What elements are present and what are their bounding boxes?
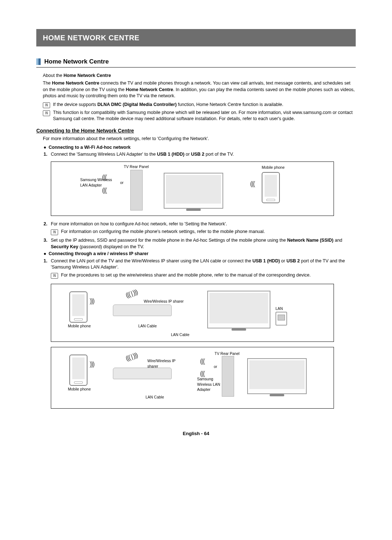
phone-icon	[262, 172, 280, 203]
wireless-icon: )))	[90, 296, 94, 306]
figure-wireless-sharer: ))) Mobile phone ((( | ))) Wire/Wireless…	[51, 347, 334, 409]
phone-icon	[69, 355, 87, 386]
section-title: Home Network Centre	[36, 57, 356, 68]
router-icon	[113, 368, 172, 379]
label-lancable-2: LAN Cable	[171, 332, 189, 338]
lan-port-icon	[275, 312, 287, 326]
note-dlna: N If the device supports DLNA DMC (Digit…	[43, 102, 356, 108]
label-sharer: Wire/Wireless IP sharer	[144, 299, 195, 304]
tv-icon	[164, 173, 223, 209]
section-mark-icon	[36, 58, 41, 65]
section-title-text: Home Network Centre	[44, 57, 109, 66]
note-compat: N This function is for compatibility wit…	[43, 110, 356, 122]
label-or: or	[214, 364, 217, 369]
step4-note: N For the procedures to set up the wire/…	[51, 272, 356, 279]
wireless-icon: )))	[90, 360, 94, 369]
page-banner: HOME NETWORK CENTRE	[36, 29, 356, 46]
step-1: 1. Connect the 'Samsung Wireless LAN Ada…	[44, 151, 356, 158]
label-mobile: Mobile phone	[68, 323, 91, 329]
wireless-icon: (((	[250, 179, 254, 188]
about-prefix: About the	[43, 73, 64, 78]
step2-note: N For information on configuring the mob…	[51, 229, 356, 235]
label-lan: LAN	[275, 306, 283, 311]
connecting-subhead: Connecting to the Home Network Centre	[36, 127, 356, 135]
step-2: 2. For more information on how to config…	[44, 221, 356, 237]
intro-paragraph: The Home Network Centre connects the TV …	[43, 80, 356, 99]
wireless-icon: (((	[102, 186, 106, 195]
sub-intro: For more information about the network s…	[43, 136, 356, 142]
label-mobile: Mobile phone	[68, 386, 91, 392]
wireless-icon: (((	[200, 357, 204, 366]
label-adapter: Samsung Wireless LAN Adapter	[80, 177, 113, 188]
phone-icon	[69, 291, 87, 323]
label-or: or	[120, 180, 123, 185]
label-sharer: Wire/Wireless IP sharer	[147, 358, 184, 369]
bullet-ipsharer: ● Connecting through a wire / wireless I…	[44, 251, 356, 257]
router-icon	[113, 304, 172, 316]
about-bold: Home Network Centre	[64, 73, 111, 78]
tv-rear-panel-icon	[222, 356, 234, 397]
label-tv-rear: TV Rear Panel	[124, 164, 149, 169]
note-icon: N	[43, 102, 50, 108]
tv-rear-panel-icon	[130, 170, 143, 210]
bullet-adhoc: ● Connecting to a Wi-Fi Ad-hoc network	[44, 144, 356, 151]
step-3: 3. Set up the IP address, SSID and passw…	[44, 237, 356, 250]
wireless-icon: (((	[102, 173, 106, 182]
note-icon: N	[51, 273, 58, 279]
figure-adhoc: TV Rear Panel Samsung Wireless LAN Adapt…	[51, 161, 334, 216]
figure-wired: ))) Mobile phone ((( | ))) Wire/Wireless…	[51, 284, 334, 342]
label-tv-rear: TV Rear Panel	[215, 351, 240, 356]
tv-icon	[247, 358, 307, 394]
page-footer: English - 64	[36, 430, 356, 437]
label-lancable: LAN Cable	[146, 394, 164, 400]
wireless-icon: ((( | )))	[124, 351, 139, 363]
tv-icon	[207, 291, 270, 328]
wireless-icon: ((( | )))	[124, 287, 139, 300]
note-icon: N	[43, 110, 50, 116]
note-icon: N	[51, 229, 58, 235]
label-lancable: LAN Cable	[138, 323, 157, 329]
label-adapter: Samsung Wireless LAN Adapter	[197, 376, 221, 392]
label-mobile: Mobile phone	[262, 165, 285, 170]
about-line: About the Home Network Centre	[43, 73, 356, 79]
step-ipsharer-1: 1. Connect the LAN port of the TV and th…	[44, 258, 356, 280]
